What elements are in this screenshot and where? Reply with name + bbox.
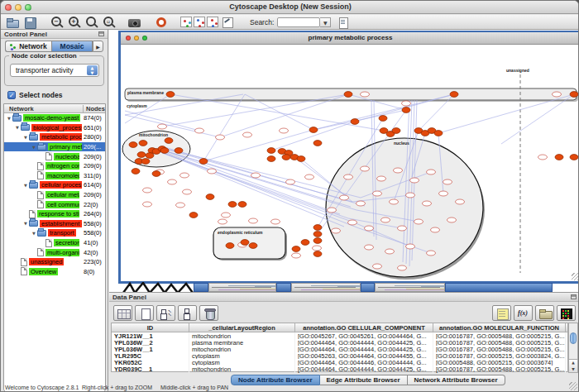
graph-node-white[interactable] bbox=[313, 246, 322, 251]
graph-node-white[interactable] bbox=[398, 226, 407, 231]
selattr-icon[interactable] bbox=[156, 305, 175, 321]
tree-row-overview[interactable]: Overview8(0) bbox=[4, 267, 105, 277]
notes-icon[interactable] bbox=[492, 305, 511, 321]
graph-node-white[interactable] bbox=[406, 244, 415, 249]
graph-node-orange[interactable] bbox=[226, 243, 234, 249]
search-dropdown-icon[interactable]: ▼ bbox=[320, 17, 331, 27]
graph-node-white[interactable] bbox=[427, 251, 436, 256]
graph-node-orange[interactable] bbox=[238, 202, 246, 208]
snapshot-icon[interactable] bbox=[127, 16, 143, 29]
search-input[interactable] bbox=[277, 17, 320, 27]
tree-row-transport[interactable]: ▼transport558(0) bbox=[4, 228, 105, 238]
background-window-fragment[interactable] bbox=[208, 283, 276, 292]
graph-node-white[interactable] bbox=[402, 101, 411, 106]
background-window-fragment[interactable] bbox=[445, 283, 553, 292]
tree-row-unassigned[interactable]: unassigned223(0) bbox=[4, 257, 105, 267]
background-window-fragment[interactable] bbox=[194, 283, 208, 292]
graph-node-orange[interactable] bbox=[555, 155, 563, 160]
data-panel-float-icon[interactable] bbox=[571, 294, 577, 299]
graph-node-white[interactable] bbox=[423, 201, 432, 206]
graph-node-white[interactable] bbox=[447, 218, 457, 222]
graph-node-orange[interactable] bbox=[160, 148, 169, 154]
tree-row-multi-organism-pro[interactable]: multi-organism pro42(0) bbox=[4, 247, 105, 257]
tree-expand-icon[interactable]: ▼ bbox=[22, 182, 29, 189]
tree-row-macromolecule[interactable]: macromolecule311(0) bbox=[4, 171, 105, 181]
graph-node-orange[interactable] bbox=[297, 156, 305, 162]
graph-node-white[interactable] bbox=[143, 188, 152, 193]
tree-header-nodes[interactable]: Nodes bbox=[83, 105, 105, 112]
graph-node-orange[interactable] bbox=[282, 155, 290, 160]
search-options-icon[interactable] bbox=[336, 16, 352, 29]
tree-row-nitrogen-compo[interactable]: nitrogen compo209(0) bbox=[4, 161, 105, 171]
graph-node-white[interactable] bbox=[414, 219, 423, 224]
graph-node-white[interactable] bbox=[183, 189, 192, 194]
zoom-out-icon[interactable] bbox=[49, 16, 65, 29]
column-header-1[interactable]: _cellularLayoutRegion bbox=[189, 323, 295, 332]
graph-node-orange[interactable] bbox=[241, 240, 249, 246]
graph-node-white[interactable] bbox=[143, 202, 152, 207]
graph-node-orange[interactable] bbox=[146, 153, 154, 159]
tree-row-secretion[interactable]: secretion41(0) bbox=[4, 238, 105, 248]
graph-edge[interactable] bbox=[162, 153, 354, 222]
column-header-id[interactable]: ID bbox=[112, 323, 189, 332]
tree-row-primary-metabo[interactable]: ▼primary metabo209(... bbox=[4, 142, 105, 152]
graph-node-orange[interactable] bbox=[165, 138, 173, 144]
network-panel-icon-3[interactable] bbox=[207, 17, 218, 27]
graph-node-white[interactable] bbox=[249, 218, 258, 223]
graph-node-orange[interactable] bbox=[351, 119, 359, 125]
graph-node-white[interactable] bbox=[328, 208, 337, 213]
graph-node-orange[interactable] bbox=[267, 156, 275, 162]
tree-expand-icon[interactable]: ▼ bbox=[14, 124, 21, 131]
graph-node-white[interactable] bbox=[385, 249, 395, 254]
tree-row-cell-communicat[interactable]: cell communicat22(0) bbox=[4, 199, 105, 209]
graph-node-orange[interactable] bbox=[267, 148, 275, 154]
table-row[interactable]: YDR039C__1mitochondrion[GO:0044464, GO:0… bbox=[112, 366, 567, 372]
graph-node-white[interactable] bbox=[431, 227, 440, 232]
graph-node-orange[interactable] bbox=[249, 243, 257, 249]
background-window-fragment[interactable] bbox=[375, 283, 445, 292]
zoom-fit-icon[interactable] bbox=[101, 16, 117, 29]
graph-node-white[interactable] bbox=[222, 213, 231, 218]
graph-node-orange[interactable] bbox=[434, 131, 443, 136]
graph-node-white[interactable] bbox=[381, 218, 390, 222]
graph-node-orange[interactable] bbox=[392, 128, 400, 134]
scrollbar-thumb[interactable] bbox=[570, 332, 577, 344]
graph-node-white[interactable] bbox=[243, 132, 252, 137]
graph-node-white[interactable] bbox=[292, 253, 301, 258]
graph-node-white[interactable] bbox=[344, 174, 353, 179]
graph-node-orange[interactable] bbox=[152, 171, 160, 177]
open-icon[interactable] bbox=[5, 16, 21, 29]
tree-row-cellular-metabol[interactable]: cellular metabol209(0) bbox=[4, 190, 105, 200]
graph-node-orange[interactable] bbox=[139, 141, 147, 146]
graph-node-orange[interactable] bbox=[137, 152, 146, 158]
column-header-2[interactable]: annotation.GO CELLULAR_COMPONENT bbox=[295, 323, 433, 332]
tab-network[interactable]: Network bbox=[5, 41, 51, 52]
tree-expand-icon[interactable]: ▼ bbox=[31, 144, 37, 151]
tree-row-establishment-of-lo[interactable]: ▼establishment of lo558(0) bbox=[4, 219, 105, 229]
grid-icon[interactable] bbox=[113, 305, 132, 321]
background-window-fragment[interactable] bbox=[291, 283, 361, 292]
graph-node-white[interactable] bbox=[218, 219, 227, 224]
graph-node-white[interactable] bbox=[180, 173, 189, 178]
graph-node-orange[interactable] bbox=[450, 92, 458, 98]
tab-network-attribute-browser[interactable]: Network Attribute Browser bbox=[408, 375, 505, 385]
graph-node-white[interactable] bbox=[553, 92, 562, 97]
graph-node-orange[interactable] bbox=[166, 92, 175, 98]
table-row[interactable]: YPL036W__2plasma membrane[GO:0044464, GO… bbox=[112, 339, 567, 346]
tree-expand-icon[interactable]: ▼ bbox=[6, 115, 12, 122]
unsel-icon[interactable] bbox=[178, 305, 197, 321]
tree-expand-icon[interactable]: ▼ bbox=[31, 230, 37, 237]
graph-node-white[interactable] bbox=[158, 124, 167, 129]
tab-node-attribute-browser[interactable]: Node Attribute Browser bbox=[231, 375, 320, 385]
graph-edge[interactable] bbox=[160, 152, 348, 218]
graph-node-white[interactable] bbox=[340, 195, 349, 200]
graph-node-orange[interactable] bbox=[313, 225, 322, 231]
graph-node-white[interactable] bbox=[305, 174, 314, 179]
network-panel-icon-2[interactable] bbox=[194, 17, 205, 27]
table-scrollbar[interactable]: ▲▼ bbox=[568, 323, 578, 373]
help-icon[interactable] bbox=[154, 16, 170, 29]
graph-node-white[interactable] bbox=[361, 166, 370, 171]
graph-node-white[interactable] bbox=[216, 135, 225, 140]
graph-node-orange[interactable] bbox=[570, 155, 578, 160]
graph-node-white[interactable] bbox=[443, 179, 452, 184]
